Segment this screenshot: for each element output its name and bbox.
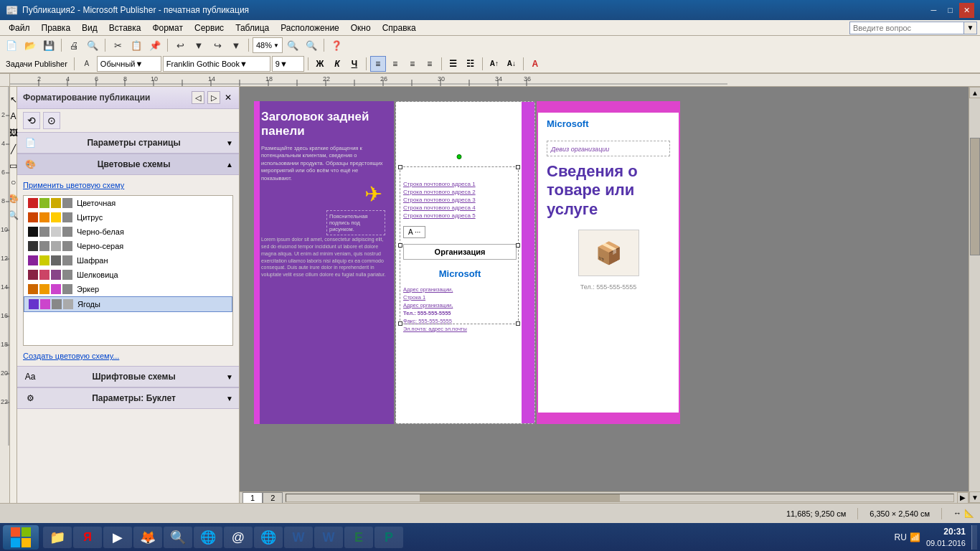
bold-button[interactable]: Ж bbox=[312, 56, 328, 72]
params-icon: ⚙ bbox=[23, 391, 37, 405]
minimize-button[interactable]: ─ bbox=[926, 3, 941, 18]
color-scheme-item[interactable]: Шафран bbox=[24, 253, 232, 268]
scroll-down-button[interactable]: ▼ bbox=[969, 491, 980, 503]
menu-service[interactable]: Сервис bbox=[189, 22, 230, 34]
menu-help[interactable]: Справка bbox=[377, 22, 422, 34]
redo-button[interactable]: ↪ bbox=[209, 37, 226, 53]
start-button[interactable] bbox=[3, 525, 39, 550]
zoom-out-button[interactable]: 🔍 bbox=[303, 37, 320, 53]
new-button[interactable]: 📄 bbox=[3, 37, 20, 53]
color-scheme-item[interactable]: Эркер bbox=[24, 282, 232, 296]
align-justify-button[interactable]: ≡ bbox=[422, 56, 438, 72]
v-scroll-thumb[interactable] bbox=[970, 138, 980, 255]
page-tab-2[interactable]: 2 bbox=[263, 492, 283, 503]
taskbar-yandex[interactable]: Я bbox=[73, 527, 102, 548]
menu-format[interactable]: Формат bbox=[146, 22, 189, 34]
menu-file[interactable]: Файл bbox=[3, 22, 36, 34]
menu-table[interactable]: Таблица bbox=[230, 22, 275, 34]
maximize-button[interactable]: □ bbox=[943, 3, 958, 18]
panel-icon-1[interactable]: ⟲ bbox=[23, 112, 40, 129]
taskbar-word[interactable]: W bbox=[284, 527, 313, 548]
params-section[interactable]: ⚙ Параметры: Буклет ▼ bbox=[17, 387, 239, 409]
color-scheme-item[interactable]: Шелковица bbox=[24, 268, 232, 282]
color-schemes-section-header[interactable]: 🎨 Цветовые схемы ▲ bbox=[17, 154, 239, 175]
color-icon: 🎨 bbox=[23, 157, 37, 171]
menu-arrange[interactable]: Расположение bbox=[275, 22, 345, 34]
cut-button[interactable]: ✂ bbox=[109, 37, 126, 53]
underline-button[interactable]: Ч bbox=[347, 56, 362, 72]
scroll-up-button[interactable]: ▲ bbox=[969, 87, 980, 98]
separator-5 bbox=[324, 39, 324, 52]
menu-window[interactable]: Окно bbox=[345, 22, 377, 34]
taskbar-globe[interactable]: 🌐 bbox=[254, 527, 283, 548]
rotation-handle[interactable] bbox=[457, 154, 462, 159]
open-button[interactable]: 📂 bbox=[22, 37, 39, 53]
taskbar-excel[interactable]: E bbox=[344, 527, 373, 548]
v-scroll-track[interactable] bbox=[969, 98, 980, 491]
menu-edit[interactable]: Правка bbox=[36, 22, 77, 34]
page-tab-1[interactable]: 1 bbox=[242, 492, 263, 503]
preview-button[interactable]: 🔍 bbox=[84, 37, 101, 53]
paste-button[interactable]: 📌 bbox=[146, 37, 164, 53]
taskbar-firefox[interactable]: 🦊 bbox=[133, 527, 162, 548]
color-scheme-item[interactable]: Ягоды bbox=[24, 296, 232, 312]
redo-arrow[interactable]: ▼ bbox=[227, 37, 245, 53]
color-scheme-item[interactable]: Черно-серая bbox=[24, 239, 232, 253]
create-scheme-link[interactable]: Создать цветовую схему... bbox=[23, 352, 233, 360]
font-size-up[interactable]: A↑ bbox=[486, 56, 502, 72]
scroll-right-button[interactable]: ▶ bbox=[957, 492, 969, 504]
menu-view[interactable]: Вид bbox=[76, 22, 103, 34]
page-params-section[interactable]: 📄 Параметры страницы ▼ bbox=[17, 132, 239, 154]
help-button[interactable]: ❓ bbox=[328, 37, 345, 53]
style-dropdown[interactable]: Обычный ▼ bbox=[97, 56, 161, 72]
taskbar-chrome[interactable]: 🌐 bbox=[194, 527, 222, 548]
color-scheme-item[interactable]: Цитрус bbox=[24, 210, 232, 225]
size-dropdown[interactable]: 9 ▼ bbox=[272, 56, 304, 72]
zoom-dropdown[interactable]: 48% ▼ bbox=[253, 37, 283, 53]
taskbar-explorer[interactable]: 📁 bbox=[43, 527, 72, 548]
h-scroll-track[interactable] bbox=[286, 494, 954, 502]
show-desktop-button[interactable] bbox=[971, 525, 977, 550]
font-schemes-section[interactable]: Aa Шрифтовые схемы ▼ bbox=[17, 366, 239, 387]
align-right-button[interactable]: ≡ bbox=[405, 56, 420, 72]
svg-text:22: 22 bbox=[323, 75, 330, 83]
style-arrow: ▼ bbox=[135, 60, 143, 68]
menu-insert[interactable]: Вставка bbox=[103, 22, 147, 34]
save-button[interactable]: 💾 bbox=[40, 37, 57, 53]
panel-forward-button[interactable]: ▷ bbox=[207, 91, 220, 104]
status-icon-1: ↔ bbox=[953, 509, 961, 518]
print-button[interactable]: 🖨 bbox=[65, 37, 83, 53]
font-size-down[interactable]: A↓ bbox=[504, 56, 519, 72]
font-dropdown[interactable]: Franklin Gothic Book ▼ bbox=[163, 56, 270, 72]
align-center-button[interactable]: ≡ bbox=[387, 56, 403, 72]
apply-color-link[interactable]: Применить цветовую схему bbox=[23, 181, 233, 189]
italic-button[interactable]: К bbox=[329, 56, 345, 72]
h-scroll-thumb[interactable] bbox=[420, 494, 620, 501]
taskbar-search[interactable]: 🔍 bbox=[164, 527, 192, 548]
undo-button[interactable]: ↩ bbox=[171, 37, 189, 53]
align-left-button[interactable]: ≡ bbox=[370, 56, 386, 72]
copy-button[interactable]: 📋 bbox=[128, 37, 145, 53]
panel-back-button[interactable]: ◁ bbox=[192, 91, 204, 104]
canvas-scroll-area[interactable]: Заголовок задней панели Размещайте здесь… bbox=[240, 87, 969, 491]
taskbar-word2[interactable]: W bbox=[314, 527, 343, 548]
search-input[interactable] bbox=[849, 22, 964, 34]
tasks-label[interactable]: Задачи Publisher bbox=[6, 60, 67, 68]
taskbar-mail[interactable]: @ bbox=[224, 527, 253, 548]
close-button[interactable]: ✕ bbox=[959, 3, 974, 18]
undo-arrow[interactable]: ▼ bbox=[190, 37, 207, 53]
search-button[interactable]: ▼ bbox=[964, 22, 977, 34]
font-color-button[interactable]: A bbox=[527, 56, 543, 72]
zoom-in-button[interactable]: 🔍 bbox=[284, 37, 301, 53]
taskbar-player[interactable]: ▶ bbox=[103, 527, 132, 548]
list2-button[interactable]: ☷ bbox=[463, 56, 479, 72]
panel-icon-2[interactable]: ⊙ bbox=[43, 112, 60, 129]
panel-close-button[interactable]: ✕ bbox=[223, 93, 233, 103]
color-scheme-item[interactable]: Черно-белая bbox=[24, 225, 232, 239]
list-button[interactable]: ☰ bbox=[446, 56, 461, 72]
color-scheme-list[interactable]: ЦветочнаяЦитрусЧерно-белаяЧерно-сераяШаф… bbox=[23, 195, 233, 346]
taskbar-publisher[interactable]: P bbox=[374, 527, 403, 548]
search-box[interactable]: ▼ bbox=[849, 22, 977, 34]
clock: 20:31 09.01.2016 bbox=[926, 527, 966, 548]
color-scheme-item[interactable]: Цветочная bbox=[24, 196, 232, 210]
